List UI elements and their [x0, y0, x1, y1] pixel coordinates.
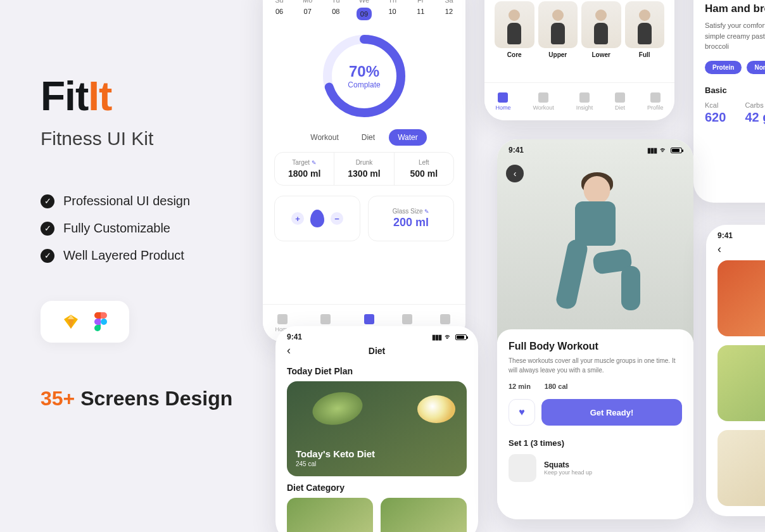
- nav-label: Diet: [615, 104, 625, 111]
- remove-glass-button[interactable]: −: [331, 212, 343, 225]
- muscle-group-core[interactable]: Core: [495, 1, 534, 58]
- calendar-day[interactable]: 06: [272, 8, 287, 20]
- feature-label: Professional UI design: [63, 194, 190, 208]
- nav-diet[interactable]: Diet: [615, 92, 625, 111]
- workout-thumb: [495, 1, 534, 48]
- favorite-button[interactable]: ♥: [509, 399, 535, 426]
- diet-icon: [402, 314, 412, 324]
- workout-duration: 12 min: [509, 383, 531, 390]
- tab-workout[interactable]: Workout: [301, 129, 347, 146]
- weekday: Su: [272, 0, 287, 4]
- nutrition-value: 42 g: [745, 110, 765, 125]
- muscle-group-lower[interactable]: Lower: [581, 1, 621, 58]
- muscle-group-upper[interactable]: Upper: [538, 1, 578, 58]
- battery-icon: [671, 148, 682, 153]
- workout-icon: [320, 314, 331, 324]
- nav-workout[interactable]: Workout: [533, 92, 553, 111]
- section-heading: Diet Category: [275, 476, 478, 493]
- status-time: 9:41: [287, 332, 302, 341]
- calendar-day[interactable]: 12: [441, 8, 457, 20]
- diet-plan-card[interactable]: Today's Keto Diet 245 cal: [287, 381, 467, 476]
- screen-diet: 9:41 ▮▮▮ᯤ ‹ Diet Today Diet Plan Today's…: [275, 326, 478, 532]
- water-drop-icon: [310, 210, 324, 227]
- exercise-title: Squats: [544, 460, 592, 469]
- exercise-row[interactable]: Squats Keep your head up: [509, 454, 682, 482]
- tag-nonveg[interactable]: Non-Veg: [747, 61, 765, 74]
- profile-icon: [440, 314, 450, 324]
- wifi-icon: ᯤ: [445, 332, 452, 341]
- exercise-thumb: [509, 454, 536, 482]
- nav-home[interactable]: Home: [495, 92, 510, 111]
- progress-ring: 70% Complate: [320, 32, 408, 120]
- today-card[interactable]: [718, 430, 765, 506]
- page-title: Diet: [275, 346, 478, 356]
- calendar-day[interactable]: 08: [328, 8, 343, 20]
- muscle-label: Upper: [538, 51, 578, 58]
- status-bar: 9:41 ▮▮▮ᯤ: [497, 139, 693, 157]
- home-icon: [498, 92, 508, 103]
- tab-diet[interactable]: Diet: [353, 129, 384, 146]
- tab-water[interactable]: Water: [389, 129, 427, 146]
- nutrition-carbs: Carbs 42 g: [745, 101, 765, 125]
- workout-icon: [538, 92, 548, 103]
- calendar-day-selected[interactable]: 09: [357, 8, 372, 20]
- edit-icon[interactable]: ✎: [424, 208, 429, 215]
- nutrition-label: Kcal: [705, 101, 726, 109]
- nutrition-label: Carbs: [745, 101, 765, 109]
- metric-value: 1300 ml: [337, 168, 391, 179]
- water-metrics: Target✎ 1800 ml Drunk 1300 ml Left 500 m…: [274, 152, 454, 186]
- insight-icon: [364, 314, 374, 324]
- progress-percent: 70%: [349, 63, 379, 80]
- subtitle: Fitness UI Kit: [41, 128, 256, 149]
- diet-icon: [615, 92, 625, 103]
- muscle-group-full[interactable]: Full: [625, 1, 665, 58]
- brand-logo: FitIt: [41, 76, 256, 117]
- screen-home: Vegan Diet 260 kcal Fruit diet 150 kcal …: [484, 0, 674, 120]
- recipe-title: Ham and broccoli pasta: [705, 3, 765, 15]
- figma-icon: [94, 312, 107, 331]
- exercise-sub: Keep your head up: [544, 469, 592, 476]
- status-time: 9:41: [718, 231, 733, 240]
- water-counter: + −: [274, 196, 360, 241]
- nav-insight[interactable]: Insight: [576, 92, 593, 111]
- nutrition-value: 620: [705, 110, 726, 125]
- insight-icon: [579, 92, 590, 103]
- weekday: Fr: [413, 0, 428, 4]
- workout-description: These workouts cover all your muscle gro…: [509, 356, 682, 375]
- recipe-description: Satisfy your comfort food cravings cheap…: [705, 20, 765, 52]
- workout-hero: 9:41 ▮▮▮ᯤ ‹: [497, 139, 693, 342]
- tag-protein[interactable]: Protein: [705, 61, 742, 74]
- nav-profile[interactable]: Profile: [647, 92, 664, 111]
- diet-plan-cal: 245 cal: [296, 460, 458, 467]
- calendar-dates: 06 07 08 09 10 11 12: [272, 8, 457, 20]
- calendar-day[interactable]: 11: [413, 8, 428, 20]
- workout-calories: 180 cal: [545, 383, 568, 390]
- screens-number: 35+: [41, 387, 75, 410]
- muscle-label: Core: [495, 51, 534, 58]
- today-card[interactable]: [718, 260, 765, 336]
- feature-list: ✓ Professional UI design ✓ Fully Customi…: [41, 194, 256, 263]
- feature-label: Well Layered Product: [63, 248, 184, 263]
- diet-category-card[interactable]: [381, 498, 467, 532]
- metric-value: 1800 ml: [277, 168, 331, 179]
- diet-plan-title: Today's Keto Diet: [296, 448, 458, 459]
- feature-item: ✓ Well Layered Product: [41, 248, 256, 263]
- today-card[interactable]: [718, 345, 765, 421]
- screens-label: Screens Design: [75, 387, 232, 410]
- workout-title: Full Body Workout: [509, 341, 682, 352]
- edit-icon[interactable]: ✎: [312, 160, 317, 166]
- diet-category-card[interactable]: [287, 498, 373, 532]
- add-glass-button[interactable]: +: [291, 212, 304, 225]
- get-ready-button[interactable]: Get Ready!: [541, 399, 682, 426]
- workout-thumb: [625, 1, 665, 48]
- check-icon: ✓: [41, 222, 54, 236]
- nav-label: Workout: [533, 104, 553, 111]
- calendar-day[interactable]: 07: [300, 8, 315, 20]
- metric-label: Left: [397, 159, 451, 166]
- metric-value: 500 ml: [397, 168, 451, 179]
- calendar-day[interactable]: 10: [385, 8, 400, 20]
- back-button[interactable]: ‹: [506, 165, 524, 182]
- weekday: Mo: [300, 0, 315, 4]
- workout-sheet: Full Body Workout These workouts cover a…: [497, 329, 693, 519]
- profile-icon: [650, 92, 661, 103]
